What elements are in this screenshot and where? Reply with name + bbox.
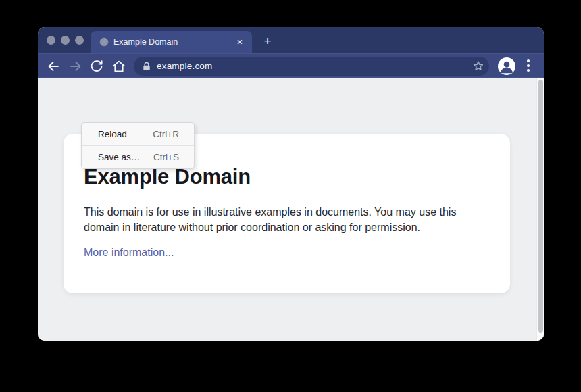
scrollbar-thumb[interactable] — [538, 80, 543, 333]
bookmark-star-icon[interactable] — [472, 59, 485, 73]
menu-item-save-as[interactable]: Save as… Ctrl+S — [82, 146, 194, 168]
context-menu: Reload Ctrl+R Save as… Ctrl+S — [81, 122, 195, 169]
url-text: example.com — [157, 57, 212, 76]
lock-icon[interactable] — [143, 62, 151, 71]
menu-item-label: Save as… — [98, 152, 140, 162]
menu-item-shortcut: Ctrl+S — [153, 152, 179, 162]
browser-tab[interactable]: Example Domain × — [91, 31, 252, 53]
reload-icon[interactable] — [89, 59, 104, 74]
tab-close-icon[interactable]: × — [233, 35, 247, 49]
forward-icon[interactable] — [68, 59, 83, 74]
home-icon[interactable] — [111, 59, 126, 74]
more-information-link[interactable]: More information... — [84, 247, 174, 259]
titlebar: Example Domain × + — [38, 27, 544, 53]
toolbar: example.com — [38, 53, 544, 78]
window-close-button[interactable] — [47, 36, 55, 45]
scrollbar-track[interactable] — [536, 78, 544, 341]
menu-item-label: Reload — [98, 129, 127, 139]
address-bar[interactable]: example.com — [134, 57, 489, 76]
profile-avatar[interactable] — [498, 57, 515, 75]
favicon-icon — [99, 37, 109, 47]
window-minimize-button[interactable] — [61, 36, 70, 45]
tab-title: Example Domain — [113, 31, 178, 53]
window-zoom-button[interactable] — [75, 36, 84, 45]
browser-menu-icon[interactable] — [527, 59, 530, 72]
page-viewport: Example Domain This domain is for use in… — [38, 78, 544, 341]
window-controls — [47, 36, 84, 45]
menu-item-reload[interactable]: Reload Ctrl+R — [82, 123, 194, 145]
back-icon[interactable] — [46, 59, 61, 74]
new-tab-button[interactable]: + — [261, 34, 274, 48]
menu-item-shortcut: Ctrl+R — [153, 129, 179, 139]
page-paragraph: This domain is for use in illustrative e… — [84, 205, 479, 235]
browser-window: Example Domain × + — [38, 27, 544, 341]
